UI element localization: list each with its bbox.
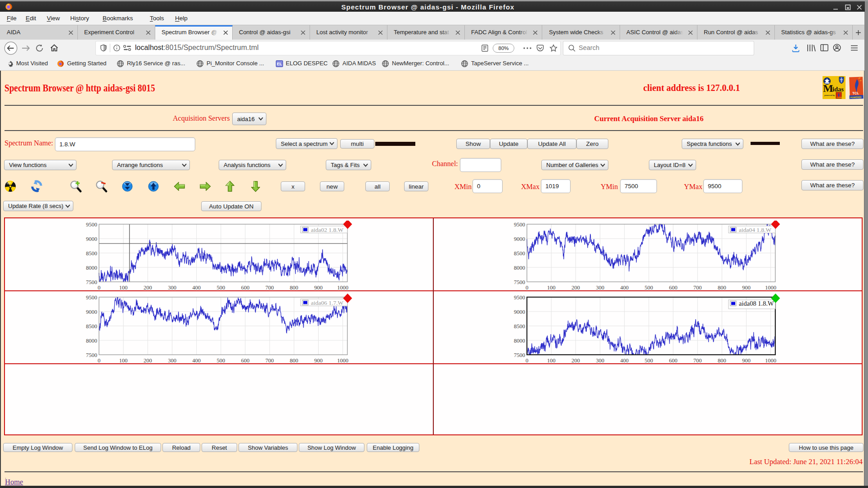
svg-text:8000: 8000 — [514, 265, 525, 271]
svg-text:300: 300 — [168, 285, 176, 291]
svg-text:8000: 8000 — [86, 338, 97, 344]
svg-text:700: 700 — [265, 357, 274, 364]
svg-text:8500: 8500 — [514, 323, 525, 330]
svg-text:1000: 1000 — [337, 285, 348, 291]
svg-text:200: 200 — [571, 285, 580, 291]
svg-text:7500: 7500 — [86, 352, 97, 358]
svg-text:500: 500 — [217, 285, 225, 291]
svg-text:100: 100 — [547, 357, 556, 364]
svg-text:9500: 9500 — [514, 221, 525, 228]
svg-text:600: 600 — [669, 285, 678, 291]
svg-text:600: 600 — [241, 357, 250, 364]
svg-text:600: 600 — [669, 357, 678, 364]
svg-text:9000: 9000 — [514, 236, 525, 242]
svg-text:900: 900 — [314, 357, 323, 364]
svg-text:100: 100 — [119, 285, 128, 291]
svg-text:800: 800 — [290, 357, 298, 364]
svg-text:500: 500 — [645, 285, 653, 291]
svg-text:1000: 1000 — [337, 357, 348, 364]
svg-text:9000: 9000 — [86, 309, 97, 315]
svg-text:9000: 9000 — [86, 236, 97, 242]
svg-text:0: 0 — [526, 285, 528, 291]
svg-text:TCL: TCL — [852, 91, 859, 95]
svg-text:8500: 8500 — [86, 250, 97, 257]
svg-text:9000: 9000 — [514, 309, 525, 315]
svg-text:300: 300 — [168, 357, 176, 364]
svg-text:500: 500 — [217, 357, 225, 364]
svg-text:400: 400 — [192, 357, 201, 364]
svg-text:100: 100 — [119, 357, 128, 364]
svg-text:9500: 9500 — [514, 294, 525, 301]
svg-text:9500: 9500 — [86, 221, 97, 228]
svg-text:EL: EL — [277, 62, 282, 66]
svg-text:300: 300 — [596, 285, 604, 291]
svg-text:500: 500 — [645, 357, 653, 364]
svg-text:M: M — [823, 82, 833, 94]
svg-text:0: 0 — [98, 285, 100, 291]
svg-text:900: 900 — [742, 285, 751, 291]
svg-text:200: 200 — [571, 357, 580, 364]
svg-text:9500: 9500 — [86, 294, 97, 301]
svg-text:900: 900 — [314, 285, 323, 291]
svg-text:800: 800 — [290, 285, 298, 291]
svg-text:8000: 8000 — [514, 338, 525, 344]
svg-text:8500: 8500 — [86, 323, 97, 330]
svg-text:idas: idas — [832, 86, 844, 93]
svg-text:700: 700 — [693, 285, 702, 291]
svg-text:1000: 1000 — [765, 285, 776, 291]
svg-text:800: 800 — [718, 357, 726, 364]
svg-text:8000: 8000 — [86, 265, 97, 271]
svg-text:aida04 1.8.W: aida04 1.8.W — [739, 226, 772, 233]
svg-text:200: 200 — [144, 357, 152, 364]
svg-text:0: 0 — [98, 357, 100, 364]
svg-text:400: 400 — [192, 285, 201, 291]
svg-text:powered by: powered by — [824, 94, 835, 96]
svg-text:100: 100 — [547, 285, 556, 291]
svg-text:aida08 1.8.W: aida08 1.8.W — [739, 300, 774, 307]
svg-text:POWER: POWER — [837, 97, 842, 99]
svg-text:1000: 1000 — [765, 357, 776, 364]
svg-text:800: 800 — [718, 285, 726, 291]
svg-text:600: 600 — [241, 285, 250, 291]
svg-text:8500: 8500 — [514, 250, 525, 257]
svg-text:7500: 7500 — [86, 279, 97, 285]
svg-text:aida06 1.7.W: aida06 1.7.W — [311, 299, 344, 306]
svg-text:400: 400 — [620, 357, 629, 364]
svg-text:POWERED: POWERED — [850, 96, 862, 99]
svg-text:0: 0 — [526, 357, 528, 364]
svg-text:300: 300 — [596, 357, 604, 364]
svg-text:700: 700 — [693, 357, 702, 364]
svg-text:200: 200 — [144, 285, 152, 291]
svg-text:900: 900 — [742, 357, 751, 364]
svg-text:400: 400 — [620, 285, 629, 291]
svg-text:aida02 1.8.W: aida02 1.8.W — [311, 226, 344, 233]
svg-text:7500: 7500 — [514, 352, 525, 358]
svg-text:700: 700 — [265, 285, 274, 291]
svg-text:7500: 7500 — [514, 279, 525, 285]
